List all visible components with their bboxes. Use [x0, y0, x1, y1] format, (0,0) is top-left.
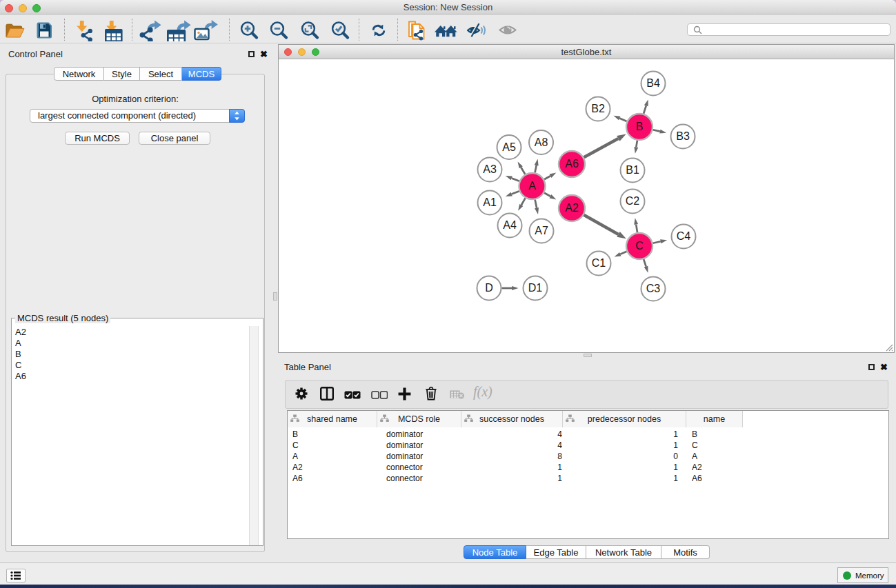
svg-text:B: B — [636, 121, 644, 132]
svg-text:A3: A3 — [483, 163, 497, 175]
svg-text:C1: C1 — [592, 257, 606, 269]
svg-text:C4: C4 — [677, 230, 691, 242]
svg-text:B3: B3 — [676, 130, 690, 142]
svg-text:D: D — [485, 282, 493, 294]
svg-text:A: A — [528, 180, 536, 192]
svg-text:B1: B1 — [626, 164, 639, 176]
svg-text:A1: A1 — [483, 196, 497, 208]
svg-text:D1: D1 — [528, 282, 543, 294]
svg-text:C: C — [635, 240, 644, 252]
svg-text:C2: C2 — [626, 195, 640, 207]
svg-text:B4: B4 — [646, 77, 660, 89]
svg-text:B2: B2 — [591, 103, 605, 114]
svg-text:A6: A6 — [565, 158, 579, 170]
svg-text:A5: A5 — [502, 141, 516, 153]
svg-text:A8: A8 — [535, 136, 548, 148]
svg-text:C3: C3 — [646, 283, 661, 294]
svg-text:A7: A7 — [535, 225, 548, 236]
svg-text:A4: A4 — [503, 219, 517, 231]
svg-text:A2: A2 — [565, 202, 579, 214]
